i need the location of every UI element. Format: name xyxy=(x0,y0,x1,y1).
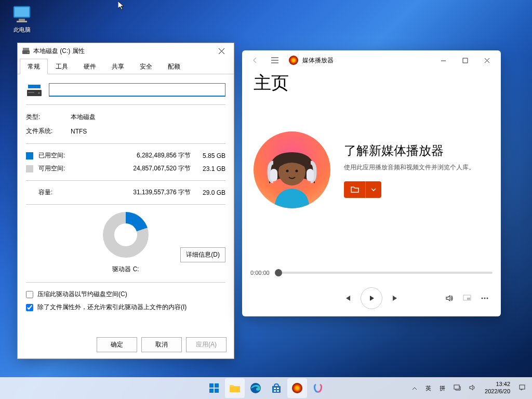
svg-point-10 xyxy=(38,92,40,94)
media-player-title: 媒体播放器 xyxy=(302,56,432,65)
disk-usage-pie xyxy=(103,212,149,258)
play-button[interactable] xyxy=(361,287,382,309)
tray-chevron-icon[interactable] xyxy=(409,383,420,393)
svg-rect-5 xyxy=(23,48,29,50)
used-space-bytes: 6,282,489,856 字节 xyxy=(75,151,197,160)
more-button[interactable] xyxy=(477,290,493,306)
close-button[interactable] xyxy=(211,44,232,58)
mini-player-button[interactable] xyxy=(459,290,475,306)
drive-name-input[interactable] xyxy=(49,83,225,97)
tray-clock[interactable]: 13:42 2022/6/20 xyxy=(482,381,513,395)
previous-button[interactable] xyxy=(340,290,355,306)
desktop-icon-label: 此电脑 xyxy=(6,26,37,34)
svg-rect-1 xyxy=(15,7,29,17)
svg-point-19 xyxy=(482,298,483,299)
tab-hardware[interactable]: 硬件 xyxy=(76,59,104,74)
svg-rect-2 xyxy=(19,19,25,21)
taskbar-media-player[interactable] xyxy=(287,378,307,398)
tab-quota[interactable]: 配额 xyxy=(160,59,188,74)
details-button[interactable]: 详细信息(D) xyxy=(180,247,225,262)
drive-icon xyxy=(22,47,30,55)
capacity-label: 容量: xyxy=(38,188,75,197)
volume-button[interactable] xyxy=(442,290,457,306)
media-player-app-icon xyxy=(289,56,298,65)
start-button[interactable] xyxy=(204,378,224,398)
network-icon[interactable] xyxy=(450,382,464,394)
free-space-bytes: 24,857,067,520 字节 xyxy=(75,164,197,173)
properties-tabs: 常规 工具 硬件 共享 安全 配额 xyxy=(18,59,234,74)
svg-point-21 xyxy=(487,298,488,299)
svg-rect-18 xyxy=(467,298,470,300)
svg-point-6 xyxy=(28,52,29,53)
free-space-gb: 23.1 GB xyxy=(197,165,225,172)
svg-rect-34 xyxy=(520,385,525,389)
next-button[interactable] xyxy=(388,290,403,306)
taskbar-copilot[interactable] xyxy=(308,378,328,398)
used-space-swatch xyxy=(26,152,33,159)
compress-label: 压缩此驱动器以节约磁盘空间(C) xyxy=(37,290,127,299)
free-space-label: 可用空间: xyxy=(38,164,75,173)
taskbar-store[interactable] xyxy=(267,378,286,398)
used-space-label: 已用空间: xyxy=(38,151,75,160)
used-space-gb: 5.85 GB xyxy=(197,152,225,159)
tab-sharing[interactable]: 共享 xyxy=(104,59,132,74)
volume-icon[interactable] xyxy=(466,382,480,394)
close-button[interactable] xyxy=(476,52,498,69)
tab-security[interactable]: 安全 xyxy=(132,59,160,74)
apply-button[interactable]: 应用(A) xyxy=(186,337,227,352)
capacity-bytes: 31,139,557,376 字节 xyxy=(75,188,197,197)
seek-thumb[interactable] xyxy=(275,269,282,276)
tab-general[interactable]: 常规 xyxy=(20,59,48,74)
minimize-button[interactable] xyxy=(432,52,454,69)
svg-rect-22 xyxy=(209,383,214,388)
desktop-icon-this-pc[interactable]: 此电脑 xyxy=(6,5,37,34)
compress-checkbox[interactable] xyxy=(26,291,33,298)
seek-slider[interactable] xyxy=(275,272,493,274)
page-title: 主页 xyxy=(254,71,489,95)
index-checkbox[interactable] xyxy=(26,304,33,311)
svg-point-13 xyxy=(286,170,289,172)
tray-date: 2022/6/20 xyxy=(485,388,510,395)
hero-avatar xyxy=(254,131,330,208)
svg-rect-33 xyxy=(454,385,459,389)
properties-window: 本地磁盘 (C:) 属性 常规 工具 硬件 共享 安全 配额 类型: 本地磁盘 … xyxy=(17,43,234,359)
tab-tools[interactable]: 工具 xyxy=(48,59,76,74)
media-player-window: 媒体播放器 主页 xyxy=(242,50,501,316)
svg-rect-25 xyxy=(215,389,219,393)
svg-rect-9 xyxy=(28,92,34,93)
ime-language[interactable]: 英 xyxy=(422,382,434,394)
svg-rect-30 xyxy=(277,388,279,389)
taskbar: 英 拼 13:42 2022/6/20 xyxy=(0,377,532,399)
type-label: 类型: xyxy=(26,113,71,122)
svg-rect-26 xyxy=(230,387,240,392)
svg-rect-23 xyxy=(215,383,219,388)
svg-rect-24 xyxy=(209,389,214,393)
taskbar-edge[interactable] xyxy=(246,378,265,398)
taskbar-explorer[interactable] xyxy=(225,378,245,398)
type-value: 本地磁盘 xyxy=(71,113,225,122)
ime-mode[interactable]: 拼 xyxy=(436,382,448,394)
cancel-button[interactable]: 取消 xyxy=(141,337,182,352)
drive-large-icon xyxy=(26,82,43,98)
open-dropdown-button[interactable] xyxy=(366,181,381,198)
svg-point-14 xyxy=(296,170,298,172)
compress-checkbox-row[interactable]: 压缩此驱动器以节约磁盘空间(C) xyxy=(26,288,225,301)
properties-titlebar[interactable]: 本地磁盘 (C:) 属性 xyxy=(18,43,234,59)
ok-button[interactable]: 确定 xyxy=(97,337,137,352)
tray-time: 13:42 xyxy=(485,381,510,388)
menu-button[interactable] xyxy=(265,52,285,69)
svg-rect-3 xyxy=(17,21,27,22)
open-folder-button[interactable] xyxy=(344,181,366,198)
notifications-icon[interactable] xyxy=(515,382,529,394)
index-label: 除了文件属性外，还允许索引此驱动器上文件的内容(I) xyxy=(37,303,187,312)
back-button[interactable] xyxy=(245,52,265,69)
svg-rect-4 xyxy=(22,50,30,54)
properties-title: 本地磁盘 (C:) 属性 xyxy=(33,47,211,56)
index-checkbox-row[interactable]: 除了文件属性外，还允许索引此驱动器上文件的内容(I) xyxy=(26,301,225,314)
free-space-swatch xyxy=(26,165,33,172)
maximize-button[interactable] xyxy=(454,52,476,69)
svg-rect-7 xyxy=(28,85,41,88)
svg-rect-15 xyxy=(270,169,277,181)
hero-title: 了解新媒体播放器 xyxy=(344,142,475,159)
capacity-gb: 29.0 GB xyxy=(197,189,225,196)
